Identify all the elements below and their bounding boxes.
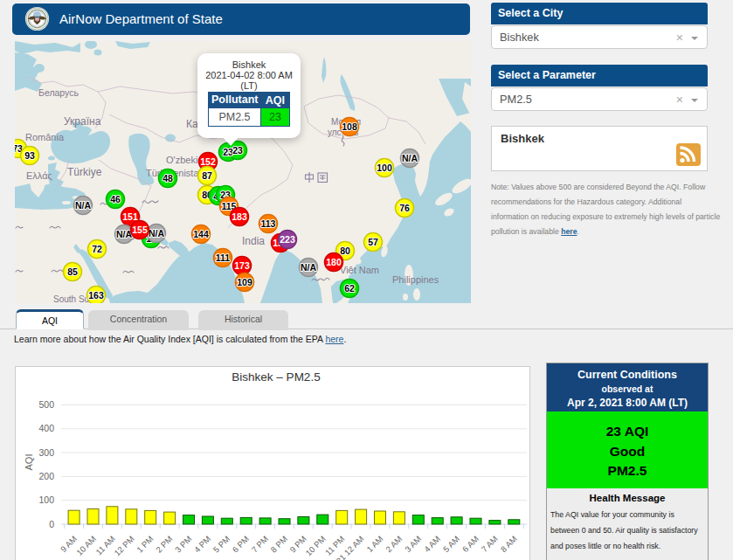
- svg-text:Türkiye: Türkiye: [67, 166, 102, 178]
- svg-text:163: 163: [88, 290, 104, 301]
- svg-text:1 PM: 1 PM: [135, 534, 156, 555]
- svg-text:1 AM: 1 AM: [364, 534, 384, 554]
- svg-text:India: India: [242, 235, 265, 247]
- svg-text:100: 100: [377, 162, 392, 173]
- svg-text:12 PM: 12 PM: [113, 534, 136, 557]
- svg-text:Bishkek – PM2.5: Bishkek – PM2.5: [232, 370, 320, 384]
- svg-text:155: 155: [132, 225, 148, 235]
- svg-text:111: 111: [216, 252, 231, 263]
- svg-text:113: 113: [261, 218, 276, 229]
- svg-text:223: 223: [280, 234, 295, 245]
- svg-text:23: 23: [232, 145, 243, 156]
- svg-text:93: 93: [24, 150, 35, 161]
- svg-text:76: 76: [399, 203, 410, 213]
- svg-text:108: 108: [342, 121, 357, 132]
- svg-text:2 AM: 2 AM: [384, 534, 404, 554]
- svg-text:Philippines: Philippines: [392, 274, 439, 285]
- svg-text:144: 144: [193, 229, 209, 239]
- svg-text:72: 72: [92, 244, 102, 254]
- svg-text:N/A: N/A: [402, 153, 418, 163]
- svg-text:N/A: N/A: [116, 229, 133, 239]
- svg-text:0: 0: [49, 519, 54, 529]
- svg-text:87: 87: [202, 170, 212, 181]
- svg-text:N/A: N/A: [75, 200, 92, 211]
- svg-text:6 AM: 6 AM: [460, 534, 481, 554]
- svg-text:10 PM: 10 PM: [304, 534, 328, 557]
- svg-text:10 AM: 10 AM: [74, 534, 98, 557]
- svg-text:3 PM: 3 PM: [173, 534, 194, 555]
- svg-text:Україна: Україна: [64, 115, 101, 128]
- svg-text:180: 180: [326, 257, 342, 267]
- svg-text:400: 400: [38, 423, 54, 433]
- svg-text:152: 152: [200, 156, 216, 167]
- svg-text:173: 173: [234, 260, 250, 271]
- svg-text:57: 57: [368, 237, 378, 247]
- svg-text:200: 200: [38, 471, 54, 481]
- svg-text:7 AM: 7 AM: [480, 534, 500, 554]
- svg-text:48: 48: [163, 173, 173, 183]
- svg-text:300: 300: [38, 447, 54, 458]
- svg-text:N/A: N/A: [149, 228, 165, 239]
- svg-text:2 PM: 2 PM: [154, 534, 175, 555]
- svg-text:85: 85: [67, 266, 78, 277]
- svg-text:6 PM: 6 PM: [231, 534, 252, 555]
- svg-text:Ελλάς: Ελλάς: [26, 170, 52, 181]
- svg-text:Viêt Nam: Viêt Nam: [340, 265, 379, 275]
- svg-text:5 AM: 5 AM: [441, 534, 461, 554]
- svg-text:5 PM: 5 PM: [211, 534, 232, 555]
- svg-text:Беларусь: Беларусь: [38, 87, 79, 98]
- svg-text:8 PM: 8 PM: [268, 534, 289, 555]
- svg-text:62: 62: [344, 283, 355, 294]
- svg-text:4 AM: 4 AM: [422, 534, 442, 554]
- svg-text:151: 151: [122, 211, 138, 222]
- svg-text:80: 80: [340, 245, 350, 256]
- svg-text:500: 500: [38, 399, 54, 410]
- svg-text:11 AM: 11 AM: [93, 534, 116, 557]
- svg-text:183: 183: [232, 211, 247, 222]
- svg-text:N/A: N/A: [301, 262, 317, 273]
- svg-text:8 AM: 8 AM: [499, 534, 519, 554]
- svg-text:AQI: AQI: [24, 454, 34, 471]
- svg-text:109: 109: [237, 277, 252, 287]
- svg-text:România: România: [25, 132, 65, 142]
- svg-text:7 PM: 7 PM: [250, 534, 271, 555]
- svg-text:100: 100: [38, 494, 54, 505]
- svg-text:4 PM: 4 PM: [192, 534, 213, 555]
- svg-text:3 AM: 3 AM: [403, 534, 423, 554]
- svg-text:46: 46: [110, 194, 121, 204]
